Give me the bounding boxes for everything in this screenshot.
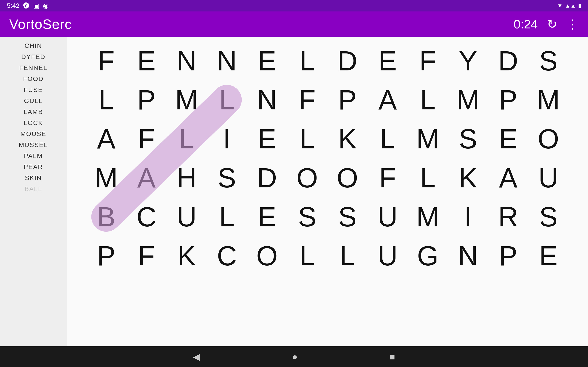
status-icon-a: 🅐 — [23, 2, 30, 10]
grid-cell-5-11[interactable]: E — [528, 236, 569, 275]
grid-cell-0-4[interactable]: E — [247, 41, 287, 80]
grid-cell-5-0[interactable]: P — [86, 236, 126, 275]
main-content: CHINDYFEDFENNELFOODFUSEGULLLAMBLOCKMOUSE… — [0, 37, 588, 346]
grid-cell-3-6[interactable]: O — [327, 158, 367, 197]
home-button[interactable]: ● — [292, 352, 297, 362]
status-left: 5:42 🅐 ▣ ◉ — [7, 2, 48, 10]
grid-cell-3-10[interactable]: A — [488, 158, 528, 197]
grid-cell-4-10[interactable]: R — [488, 197, 528, 236]
grid-cell-3-2[interactable]: H — [166, 158, 207, 197]
word-search-grid[interactable]: FENNELDEFYDSLPMLNFPALMPMAFLIELKLMSEOMAHS… — [86, 41, 569, 275]
word-item-fuse: FUSE — [24, 85, 43, 94]
grid-cell-2-3[interactable]: I — [207, 119, 247, 158]
grid-cell-3-1[interactable]: A — [126, 158, 166, 197]
grid-cell-4-8[interactable]: M — [408, 197, 448, 236]
grid-cell-5-9[interactable]: N — [448, 236, 488, 275]
word-item-mouse: MOUSE — [20, 129, 46, 139]
word-item-ball: BALL — [25, 184, 42, 194]
grid-cell-4-9[interactable]: I — [448, 197, 488, 236]
word-item-lock: LOCK — [24, 118, 43, 127]
grid-cell-0-3[interactable]: N — [207, 41, 247, 80]
grid-cell-2-2[interactable]: L — [166, 119, 207, 158]
grid-cell-2-8[interactable]: M — [408, 119, 448, 158]
grid-cell-0-10[interactable]: D — [488, 41, 528, 80]
grid-cell-0-7[interactable]: E — [367, 41, 408, 80]
grid-cell-0-6[interactable]: D — [327, 41, 367, 80]
grid-cell-3-4[interactable]: D — [247, 158, 287, 197]
grid-cell-1-5[interactable]: F — [287, 80, 327, 119]
recent-button[interactable]: ■ — [389, 352, 395, 362]
word-item-food: FOOD — [23, 74, 44, 83]
grid-cell-4-1[interactable]: C — [126, 197, 166, 236]
grid-cell-0-11[interactable]: S — [528, 41, 569, 80]
grid-cell-2-11[interactable]: O — [528, 119, 569, 158]
grid-cell-5-2[interactable]: K — [166, 236, 207, 275]
grid-cell-1-2[interactable]: M — [166, 80, 207, 119]
word-item-pear: PEAR — [24, 162, 43, 172]
grid-cell-0-0[interactable]: F — [86, 41, 126, 80]
grid-cell-3-0[interactable]: M — [86, 158, 126, 197]
grid-cell-5-5[interactable]: L — [287, 236, 327, 275]
grid-cell-3-8[interactable]: L — [408, 158, 448, 197]
grid-cell-5-10[interactable]: P — [488, 236, 528, 275]
grid-cell-4-5[interactable]: S — [287, 197, 327, 236]
grid-cell-5-6[interactable]: L — [327, 236, 367, 275]
grid-cell-2-0[interactable]: A — [86, 119, 126, 158]
grid-cell-5-8[interactable]: G — [408, 236, 448, 275]
grid-wrapper: FENNELDEFYDSLPMLNFPALMPMAFLIELKLMSEOMAHS… — [86, 41, 569, 275]
grid-cell-2-9[interactable]: S — [448, 119, 488, 158]
grid-cell-3-9[interactable]: K — [448, 158, 488, 197]
grid-cell-1-4[interactable]: N — [247, 80, 287, 119]
word-item-mussel: MUSSEL — [19, 140, 48, 150]
grid-cell-1-3[interactable]: L — [207, 80, 247, 119]
grid-cell-4-7[interactable]: U — [367, 197, 408, 236]
grid-cell-3-3[interactable]: S — [207, 158, 247, 197]
grid-cell-5-7[interactable]: U — [367, 236, 408, 275]
grid-cell-2-10[interactable]: E — [488, 119, 528, 158]
grid-cell-4-6[interactable]: S — [327, 197, 367, 236]
status-bar: 5:42 🅐 ▣ ◉ ▼ ▲▲ ▮ — [0, 0, 588, 11]
grid-cell-3-5[interactable]: O — [287, 158, 327, 197]
grid-cell-1-6[interactable]: P — [327, 80, 367, 119]
refresh-button[interactable]: ↻ — [547, 17, 557, 31]
grid-cell-5-1[interactable]: F — [126, 236, 166, 275]
grid-cell-0-2[interactable]: N — [166, 41, 207, 80]
grid-cell-1-1[interactable]: P — [126, 80, 166, 119]
grid-cell-3-7[interactable]: F — [367, 158, 408, 197]
grid-cell-3-11[interactable]: U — [528, 158, 569, 197]
grid-cell-1-7[interactable]: A — [367, 80, 408, 119]
back-button[interactable]: ◀ — [193, 351, 200, 362]
grid-cell-5-4[interactable]: O — [247, 236, 287, 275]
word-list: CHINDYFEDFENNELFOODFUSEGULLLAMBLOCKMOUSE… — [0, 37, 67, 346]
grid-cell-4-3[interactable]: L — [207, 197, 247, 236]
grid-cell-0-1[interactable]: E — [126, 41, 166, 80]
grid-cell-2-7[interactable]: L — [367, 119, 408, 158]
grid-cell-2-1[interactable]: F — [126, 119, 166, 158]
grid-cell-1-0[interactable]: L — [86, 80, 126, 119]
grid-cell-1-11[interactable]: M — [528, 80, 569, 119]
app-bar-right: 0:24 ↻ ⋮ — [514, 17, 579, 31]
more-menu-button[interactable]: ⋮ — [566, 17, 579, 31]
grid-cell-1-8[interactable]: L — [408, 80, 448, 119]
grid-cell-2-6[interactable]: K — [327, 119, 367, 158]
grid-cell-0-5[interactable]: L — [287, 41, 327, 80]
word-item-fennel: FENNEL — [19, 63, 47, 73]
grid-cell-2-4[interactable]: E — [247, 119, 287, 158]
grid-cell-0-9[interactable]: Y — [448, 41, 488, 80]
grid-cell-1-10[interactable]: P — [488, 80, 528, 119]
word-item-dyfed: DYFED — [21, 52, 45, 61]
word-item-chin: CHIN — [25, 41, 42, 50]
grid-cell-4-11[interactable]: S — [528, 197, 569, 236]
grid-cell-4-0[interactable]: B — [86, 197, 126, 236]
word-item-palm: PALM — [24, 151, 43, 161]
timer-display: 0:24 — [514, 17, 538, 31]
grid-cell-0-8[interactable]: F — [408, 41, 448, 80]
status-time: 5:42 — [7, 2, 19, 9]
grid-cell-5-3[interactable]: C — [207, 236, 247, 275]
word-item-skin: SKIN — [25, 173, 42, 183]
grid-cell-4-4[interactable]: E — [247, 197, 287, 236]
grid-cell-4-2[interactable]: U — [166, 197, 207, 236]
signal-icon: ▲▲ — [565, 2, 576, 9]
grid-cell-2-5[interactable]: L — [287, 119, 327, 158]
grid-cell-1-9[interactable]: M — [448, 80, 488, 119]
